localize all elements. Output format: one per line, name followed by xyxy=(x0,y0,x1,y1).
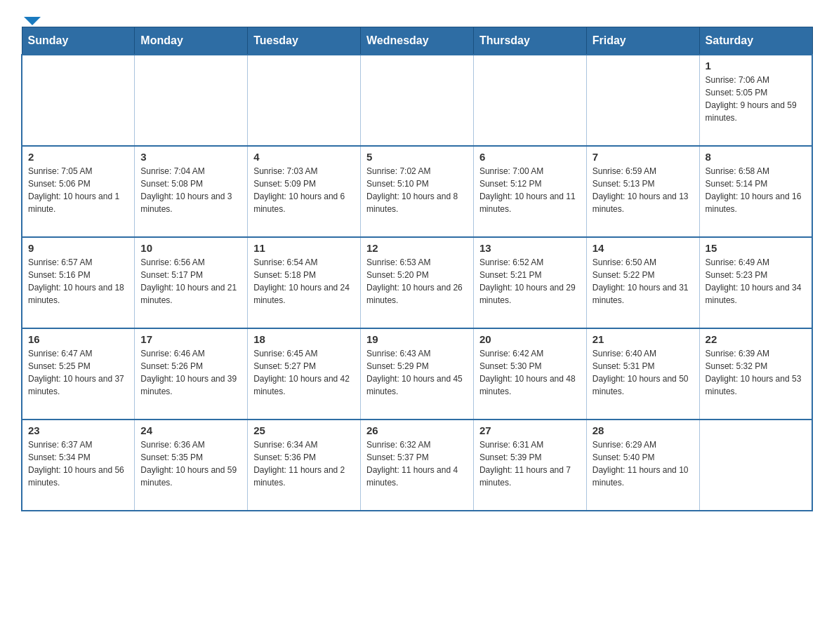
day-info: Sunrise: 6:32 AMSunset: 5:37 PMDaylight:… xyxy=(366,438,468,489)
calendar-week-row: 1Sunrise: 7:06 AMSunset: 5:05 PMDaylight… xyxy=(22,55,812,146)
calendar-table: Sunday Monday Tuesday Wednesday Thursday… xyxy=(21,27,813,511)
day-info: Sunrise: 6:40 AMSunset: 5:31 PMDaylight:… xyxy=(593,347,694,398)
table-row: 1Sunrise: 7:06 AMSunset: 5:05 PMDaylight… xyxy=(699,55,812,146)
day-info: Sunrise: 6:59 AMSunset: 5:13 PMDaylight:… xyxy=(593,165,694,215)
day-number: 28 xyxy=(593,424,694,436)
day-info: Sunrise: 6:34 AMSunset: 5:36 PMDaylight:… xyxy=(253,438,355,489)
day-info: Sunrise: 7:04 AMSunset: 5:08 PMDaylight:… xyxy=(140,165,241,215)
day-number: 22 xyxy=(706,333,806,345)
table-row: 25Sunrise: 6:34 AMSunset: 5:36 PMDayligh… xyxy=(248,420,361,511)
table-row: 19Sunrise: 6:43 AMSunset: 5:29 PMDayligh… xyxy=(361,328,474,420)
day-info: Sunrise: 6:37 AMSunset: 5:34 PMDaylight:… xyxy=(28,438,128,489)
table-row xyxy=(586,55,699,146)
table-row: 5Sunrise: 7:02 AMSunset: 5:10 PMDaylight… xyxy=(361,146,474,237)
logo xyxy=(21,14,41,20)
col-friday: Friday xyxy=(586,27,699,55)
day-info: Sunrise: 6:29 AMSunset: 5:40 PMDaylight:… xyxy=(593,438,694,489)
day-info: Sunrise: 6:31 AMSunset: 5:39 PMDaylight:… xyxy=(479,438,581,489)
table-row xyxy=(473,55,586,146)
table-row: 10Sunrise: 6:56 AMSunset: 5:17 PMDayligh… xyxy=(135,237,248,328)
table-row xyxy=(361,55,474,146)
col-saturday: Saturday xyxy=(699,27,812,55)
table-row: 9Sunrise: 6:57 AMSunset: 5:16 PMDaylight… xyxy=(22,237,135,328)
col-thursday: Thursday xyxy=(473,27,586,55)
col-wednesday: Wednesday xyxy=(361,27,474,55)
col-monday: Monday xyxy=(135,27,248,55)
table-row: 7Sunrise: 6:59 AMSunset: 5:13 PMDaylight… xyxy=(586,146,699,237)
calendar-week-row: 23Sunrise: 6:37 AMSunset: 5:34 PMDayligh… xyxy=(22,420,812,511)
day-info: Sunrise: 6:53 AMSunset: 5:20 PMDaylight:… xyxy=(366,256,468,307)
day-number: 13 xyxy=(479,242,581,254)
table-row: 17Sunrise: 6:46 AMSunset: 5:26 PMDayligh… xyxy=(135,328,248,420)
day-number: 25 xyxy=(253,424,355,436)
table-row: 4Sunrise: 7:03 AMSunset: 5:09 PMDaylight… xyxy=(248,146,361,237)
table-row xyxy=(22,55,135,146)
calendar-header-row: Sunday Monday Tuesday Wednesday Thursday… xyxy=(22,27,812,55)
page-header xyxy=(21,14,813,20)
day-info: Sunrise: 6:56 AMSunset: 5:17 PMDaylight:… xyxy=(140,256,241,307)
day-number: 9 xyxy=(28,242,128,254)
table-row: 11Sunrise: 6:54 AMSunset: 5:18 PMDayligh… xyxy=(248,237,361,328)
day-number: 8 xyxy=(706,151,806,163)
day-number: 6 xyxy=(479,151,581,163)
day-info: Sunrise: 6:39 AMSunset: 5:32 PMDaylight:… xyxy=(706,347,806,398)
table-row: 8Sunrise: 6:58 AMSunset: 5:14 PMDaylight… xyxy=(699,146,812,237)
table-row xyxy=(248,55,361,146)
day-number: 19 xyxy=(366,333,468,345)
day-info: Sunrise: 7:03 AMSunset: 5:09 PMDaylight:… xyxy=(253,165,355,215)
day-number: 15 xyxy=(706,242,806,254)
day-info: Sunrise: 7:05 AMSunset: 5:06 PMDaylight:… xyxy=(28,165,128,215)
day-number: 2 xyxy=(28,151,128,163)
table-row: 3Sunrise: 7:04 AMSunset: 5:08 PMDaylight… xyxy=(135,146,248,237)
day-info: Sunrise: 6:43 AMSunset: 5:29 PMDaylight:… xyxy=(366,347,468,398)
col-sunday: Sunday xyxy=(22,27,135,55)
day-info: Sunrise: 6:58 AMSunset: 5:14 PMDaylight:… xyxy=(706,165,806,215)
table-row: 13Sunrise: 6:52 AMSunset: 5:21 PMDayligh… xyxy=(473,237,586,328)
day-info: Sunrise: 6:50 AMSunset: 5:22 PMDaylight:… xyxy=(593,256,694,307)
col-tuesday: Tuesday xyxy=(248,27,361,55)
day-info: Sunrise: 6:49 AMSunset: 5:23 PMDaylight:… xyxy=(706,256,806,307)
table-row: 22Sunrise: 6:39 AMSunset: 5:32 PMDayligh… xyxy=(699,328,812,420)
table-row: 27Sunrise: 6:31 AMSunset: 5:39 PMDayligh… xyxy=(473,420,586,511)
day-number: 24 xyxy=(140,424,241,436)
table-row: 24Sunrise: 6:36 AMSunset: 5:35 PMDayligh… xyxy=(135,420,248,511)
calendar-week-row: 2Sunrise: 7:05 AMSunset: 5:06 PMDaylight… xyxy=(22,146,812,237)
day-info: Sunrise: 6:47 AMSunset: 5:25 PMDaylight:… xyxy=(28,347,128,398)
day-info: Sunrise: 6:54 AMSunset: 5:18 PMDaylight:… xyxy=(253,256,355,307)
day-number: 5 xyxy=(366,151,468,163)
table-row: 15Sunrise: 6:49 AMSunset: 5:23 PMDayligh… xyxy=(699,237,812,328)
day-number: 12 xyxy=(366,242,468,254)
day-info: Sunrise: 6:42 AMSunset: 5:30 PMDaylight:… xyxy=(479,347,581,398)
day-number: 10 xyxy=(140,242,241,254)
day-info: Sunrise: 7:06 AMSunset: 5:05 PMDaylight:… xyxy=(706,74,806,124)
table-row: 28Sunrise: 6:29 AMSunset: 5:40 PMDayligh… xyxy=(586,420,699,511)
day-number: 7 xyxy=(593,151,694,163)
day-info: Sunrise: 6:52 AMSunset: 5:21 PMDaylight:… xyxy=(479,256,581,307)
table-row: 20Sunrise: 6:42 AMSunset: 5:30 PMDayligh… xyxy=(473,328,586,420)
day-number: 11 xyxy=(253,242,355,254)
table-row: 2Sunrise: 7:05 AMSunset: 5:06 PMDaylight… xyxy=(22,146,135,237)
day-number: 14 xyxy=(593,242,694,254)
table-row: 14Sunrise: 6:50 AMSunset: 5:22 PMDayligh… xyxy=(586,237,699,328)
table-row: 23Sunrise: 6:37 AMSunset: 5:34 PMDayligh… xyxy=(22,420,135,511)
table-row: 16Sunrise: 6:47 AMSunset: 5:25 PMDayligh… xyxy=(22,328,135,420)
day-info: Sunrise: 6:45 AMSunset: 5:27 PMDaylight:… xyxy=(253,347,355,398)
day-number: 3 xyxy=(140,151,241,163)
table-row: 6Sunrise: 7:00 AMSunset: 5:12 PMDaylight… xyxy=(473,146,586,237)
day-info: Sunrise: 6:36 AMSunset: 5:35 PMDaylight:… xyxy=(140,438,241,489)
day-number: 27 xyxy=(479,424,581,436)
table-row: 21Sunrise: 6:40 AMSunset: 5:31 PMDayligh… xyxy=(586,328,699,420)
day-number: 21 xyxy=(593,333,694,345)
calendar-week-row: 16Sunrise: 6:47 AMSunset: 5:25 PMDayligh… xyxy=(22,328,812,420)
day-info: Sunrise: 6:57 AMSunset: 5:16 PMDaylight:… xyxy=(28,256,128,307)
table-row: 12Sunrise: 6:53 AMSunset: 5:20 PMDayligh… xyxy=(361,237,474,328)
day-number: 1 xyxy=(706,60,806,72)
day-number: 17 xyxy=(140,333,241,345)
table-row: 18Sunrise: 6:45 AMSunset: 5:27 PMDayligh… xyxy=(248,328,361,420)
day-number: 26 xyxy=(366,424,468,436)
day-info: Sunrise: 7:00 AMSunset: 5:12 PMDaylight:… xyxy=(479,165,581,215)
day-number: 16 xyxy=(28,333,128,345)
day-number: 20 xyxy=(479,333,581,345)
day-number: 23 xyxy=(28,424,128,436)
calendar-week-row: 9Sunrise: 6:57 AMSunset: 5:16 PMDaylight… xyxy=(22,237,812,328)
